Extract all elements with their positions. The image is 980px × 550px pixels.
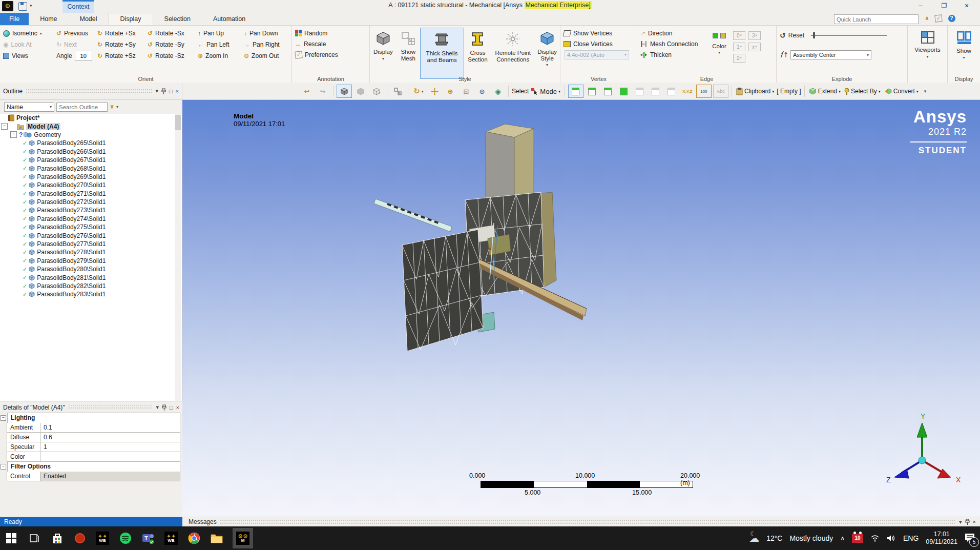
explode-slider[interactable] [811,35,887,36]
tree-item-body[interactable]: ✓ ParasolidBody267\Solid1 [0,156,174,164]
workbench-icon-2[interactable]: ✦✦WB [164,531,178,545]
office-icon[interactable] [73,531,87,545]
pan-left-button[interactable]: ←Pan Left [195,39,241,50]
edge-color-button[interactable]: Color▾ [707,28,732,79]
app-icon[interactable]: ⚙ [2,1,13,11]
tree-item-body[interactable]: ✓ ParasolidBody283\Solid1 [0,290,174,298]
collapse-icon[interactable]: − [1,415,6,421]
minimize-button[interactable]: – [910,0,931,12]
tree-item-body[interactable]: ✓ ParasolidBody271\Solid1 [0,190,174,198]
tree-item-body[interactable]: ✓ ParasolidBody281\Solid1 [0,273,174,281]
unit-convert-icon[interactable]: 100 [696,85,712,98]
select-element-face-filter-icon[interactable] [649,85,663,97]
tab-automation[interactable]: Automation [202,13,257,25]
tree-item-body[interactable]: ✓ ParasolidBody266\Solid1 [0,148,174,156]
viewport-3d[interactable]: Model 09/11/2021 17:01 Ansys 2021 R2 STU… [182,100,980,517]
rotate-minus-sz-button[interactable]: ↺Rotate -Sz [144,51,195,62]
rotate-plus-sy-button[interactable]: ↻Rotate +Sy [94,39,144,50]
select-face-filter-icon[interactable] [601,85,615,97]
select-edge-filter-icon[interactable] [585,85,599,97]
tags-icon[interactable]: Abc [713,85,728,98]
tab-selection[interactable]: Selection [153,13,202,25]
zoom-in-button[interactable]: ⊕Zoom In [195,51,241,62]
shaded-exterior-icon[interactable] [353,85,368,97]
pin-icon[interactable] [161,88,166,94]
zoom-capped-icon[interactable]: ◉ [491,85,505,97]
pan-right-button[interactable]: →Pan Right [241,39,290,50]
clock[interactable]: 17:01 09/11/2021 [926,531,957,546]
pin-icon[interactable] [162,404,166,411]
select-element-filter-icon[interactable] [664,85,679,97]
show-mesh-toggle-icon[interactable] [390,85,405,97]
angle-input[interactable] [75,51,92,61]
tab-display[interactable]: Display [109,13,153,25]
display-style-button[interactable]: Display Style▾ [534,28,560,79]
weather-icon[interactable]: ☾☁ [749,532,759,544]
spotify-icon[interactable] [118,531,133,545]
zoom-out-button[interactable]: ⊖Zoom Out [241,51,290,62]
pan-down-button[interactable]: ↓Pan Down [241,28,290,39]
tree-item-body[interactable]: ✓ ParasolidBody279\Solid1 [0,257,174,265]
start-button[interactable] [4,531,18,545]
filter-options-icon[interactable]: ▾ [116,105,118,109]
rotate-minus-sx-button[interactable]: ↺Rotate -Sx [144,28,195,39]
weather-condition[interactable]: Mostly cloudy [789,534,833,542]
pan-up-button[interactable]: ↑Pan Up [195,28,241,39]
details-row[interactable]: Diffuse 0.6 [7,433,180,442]
tree-item-body[interactable]: ✓ ParasolidBody270\Solid1 [0,181,174,189]
tab-model[interactable]: Model [69,13,109,25]
select-vertex-filter-icon[interactable] [568,85,583,98]
teams-icon[interactable]: T [141,531,155,545]
tree-item-body[interactable]: ✓ ParasolidBody282\Solid1 [0,282,174,290]
tree-item-model[interactable]: − Model (A4) [0,122,174,130]
save-icon[interactable] [18,2,27,11]
select-mode-button[interactable]: Mode▾ [530,85,561,97]
slider-thumb[interactable] [813,32,815,38]
select-node-filter-icon[interactable] [633,85,647,97]
show-vertices-button[interactable]: Show Vertices [560,28,637,38]
details-row[interactable]: Ambient 0.1 [7,423,180,433]
weather-temp[interactable]: 12°C [766,534,782,542]
tab-home[interactable]: Home [29,13,68,25]
help-icon[interactable]: ? [948,15,955,22]
isometric-button[interactable]: Isometric▾ [0,28,53,39]
vertex-size-dropdown[interactable]: 4.4e-002 (Auto▾ [565,50,629,59]
microsoft-store-icon[interactable] [50,531,65,545]
viewports-button[interactable]: Viewports▾ [909,28,947,79]
tree-item-geometry[interactable]: − ? Geometry [0,131,174,139]
context-tab[interactable]: Context [62,0,94,13]
views-button[interactable]: Views [0,51,53,62]
tree-item-body[interactable]: ✓ ParasolidBody276\Solid1 [0,231,174,239]
file-explorer-icon[interactable] [210,531,224,545]
extend-button[interactable]: Extend▾ [808,85,842,97]
look-at-button[interactable]: ◉Look At [0,39,53,50]
remote-point-connections-button[interactable]: Remote Point Connections [491,28,534,79]
convert-button[interactable]: Convert▾ [883,85,920,97]
maximize-panel-icon[interactable]: □ [169,88,173,94]
details-row[interactable]: Specular 1 [7,442,180,452]
toolbar-overflow-icon[interactable]: ▾ [924,89,927,94]
notification-center-icon[interactable]: 5 [965,533,975,544]
close-panel-icon[interactable]: × [176,404,179,411]
panel-menu-icon[interactable]: ▾ [155,88,158,94]
tab-file[interactable]: File [0,13,29,25]
mesh-connection-button[interactable]: Mesh Connection [637,38,707,49]
wifi-icon[interactable] [870,535,880,542]
shaded-exterior-edges-icon[interactable] [337,85,352,98]
tree-item-body[interactable]: ✓ ParasolidBody268\Solid1 [0,164,174,172]
tree-item-body[interactable]: ✓ ParasolidBody272\Solid1 [0,198,174,206]
tray-app-badge[interactable]: 10 [852,534,863,543]
tree-scrollbar[interactable] [175,114,181,401]
maximize-panel-icon[interactable]: □ [170,404,173,411]
tree-item-body[interactable]: ✓ ParasolidBody274\Solid1 [0,215,174,223]
panel-drag-texture[interactable] [68,405,153,410]
rotate-plus-sx-button[interactable]: ↻Rotate +Sx [94,28,144,39]
pan-tool-icon[interactable] [427,85,442,97]
edge-0-button[interactable]: 0▾ [733,31,745,40]
explode-reset-button[interactable]: ↺Reset [777,28,907,43]
mechanical-app-icon[interactable]: ⚙⚙M [236,531,250,545]
previous-button[interactable]: ↺Previous [53,28,94,39]
zoom-previous-icon[interactable]: ↩ [300,85,314,97]
chrome-icon[interactable] [187,531,201,545]
cross-section-button[interactable]: Cross Section [464,28,492,79]
